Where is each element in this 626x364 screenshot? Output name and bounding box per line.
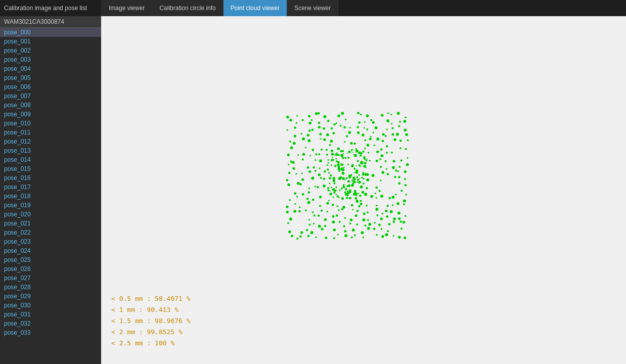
app-header: Calibration image and pose list Image vi… bbox=[0, 0, 626, 16]
pose-item-pose_002[interactable]: pose_002 bbox=[0, 46, 101, 55]
pose-item-pose_026[interactable]: pose_026 bbox=[0, 264, 101, 274]
pose-item-pose_009[interactable]: pose_009 bbox=[0, 110, 101, 119]
pose-item-pose_019[interactable]: pose_019 bbox=[0, 201, 101, 210]
stat-line-1: < 0.5 mm : 58.4071 % bbox=[111, 293, 191, 304]
pose-item-pose_023[interactable]: pose_023 bbox=[0, 237, 101, 246]
main-content: WAM3021CA3000874 pose_000pose_001pose_00… bbox=[0, 16, 626, 364]
point-cloud-viewer: < 0.5 mm : 58.4071 % < 1 mm : 90.413 % <… bbox=[101, 16, 626, 364]
tab-scene-viewer[interactable]: Scene viewer bbox=[287, 0, 338, 16]
pose-item-pose_021[interactable]: pose_021 bbox=[0, 219, 101, 228]
pose-item-pose_015[interactable]: pose_015 bbox=[0, 164, 101, 173]
stat-line-2: < 1 mm : 90.413 % bbox=[111, 304, 191, 315]
pose-item-pose_008[interactable]: pose_008 bbox=[0, 101, 101, 110]
pose-item-pose_010[interactable]: pose_010 bbox=[0, 119, 101, 128]
tab-image-viewer[interactable]: Image viewer bbox=[101, 0, 152, 16]
pose-item-pose_005[interactable]: pose_005 bbox=[0, 73, 101, 82]
pose-item-pose_028[interactable]: pose_028 bbox=[0, 283, 101, 292]
pose-item-pose_027[interactable]: pose_027 bbox=[0, 274, 101, 283]
sidebar-title: Calibration image and pose list bbox=[0, 5, 101, 12]
stat-line-3: < 1.5 mm : 98.9676 % bbox=[111, 315, 191, 327]
pose-item-pose_031[interactable]: pose_031 bbox=[0, 310, 101, 319]
pose-item-pose_007[interactable]: pose_007 bbox=[0, 92, 101, 101]
pose-item-pose_030[interactable]: pose_030 bbox=[0, 301, 101, 310]
pose-item-pose_001[interactable]: pose_001 bbox=[0, 37, 101, 46]
pose-item-pose_033[interactable]: pose_033 bbox=[0, 328, 101, 337]
stat-line-4: < 2 mm : 99.8525 % bbox=[111, 327, 191, 338]
pose-item-pose_012[interactable]: pose_012 bbox=[0, 137, 101, 146]
pose-item-pose_014[interactable]: pose_014 bbox=[0, 155, 101, 164]
tab-bar: Image viewerCalibration circle infoPoint… bbox=[101, 0, 338, 16]
pose-item-pose_025[interactable]: pose_025 bbox=[0, 255, 101, 264]
pose-item-pose_017[interactable]: pose_017 bbox=[0, 183, 101, 192]
pose-item-pose_032[interactable]: pose_032 bbox=[0, 319, 101, 328]
stat-line-5: < 2.5 mm : 100 % bbox=[111, 338, 191, 349]
pose-item-pose_004[interactable]: pose_004 bbox=[0, 64, 101, 73]
pose-item-pose_029[interactable]: pose_029 bbox=[0, 292, 101, 301]
pose-item-pose_011[interactable]: pose_011 bbox=[0, 128, 101, 137]
tab-point-cloud-viewer[interactable]: Point cloud viewer bbox=[223, 0, 287, 16]
pose-item-pose_016[interactable]: pose_016 bbox=[0, 173, 101, 183]
stats-overlay: < 0.5 mm : 58.4071 % < 1 mm : 90.413 % <… bbox=[111, 293, 191, 349]
pose-item-pose_020[interactable]: pose_020 bbox=[0, 210, 101, 219]
pose-list: pose_000pose_001pose_002pose_003pose_004… bbox=[0, 28, 101, 337]
pose-item-pose_024[interactable]: pose_024 bbox=[0, 246, 101, 255]
sidebar: WAM3021CA3000874 pose_000pose_001pose_00… bbox=[0, 16, 101, 364]
pose-item-pose_006[interactable]: pose_006 bbox=[0, 82, 101, 92]
pose-item-pose_018[interactable]: pose_018 bbox=[0, 192, 101, 201]
device-label: WAM3021CA3000874 bbox=[0, 16, 101, 28]
pose-item-pose_013[interactable]: pose_013 bbox=[0, 146, 101, 155]
pose-item-pose_022[interactable]: pose_022 bbox=[0, 228, 101, 237]
pose-item-pose_000[interactable]: pose_000 bbox=[0, 28, 101, 37]
tab-calibration-circle-info[interactable]: Calibration circle info bbox=[152, 0, 223, 16]
pose-item-pose_003[interactable]: pose_003 bbox=[0, 55, 101, 64]
